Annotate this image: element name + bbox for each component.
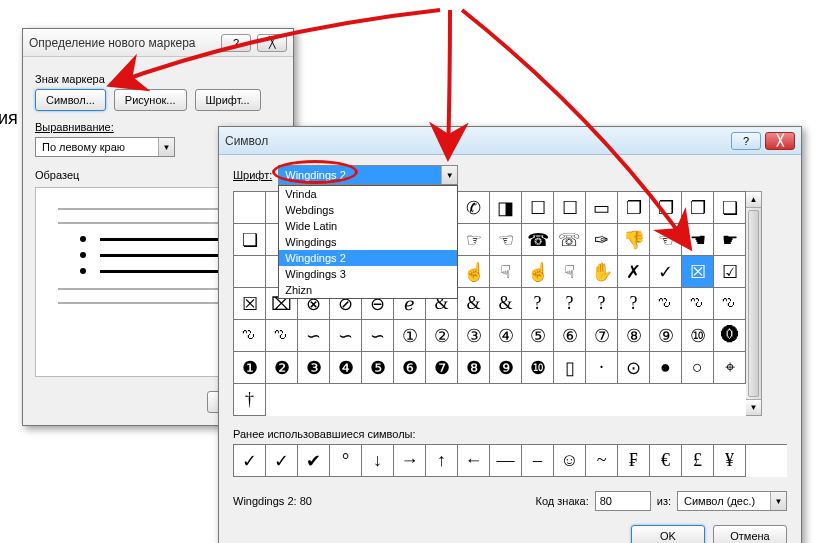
symbol-cell[interactable]: ☟: [490, 256, 522, 288]
recent-symbol-cell[interactable]: —: [490, 445, 522, 477]
symbol-cell[interactable]: ②: [426, 320, 458, 352]
symbol-cell[interactable]: ✗: [618, 256, 650, 288]
symbol-cell[interactable]: ☑: [714, 256, 746, 288]
symbol-cell[interactable]: ·: [586, 352, 618, 384]
symbol-cell[interactable]: ✑: [586, 224, 618, 256]
recent-symbol-cell[interactable]: –: [522, 445, 554, 477]
symbol-cell[interactable]: ❐: [618, 192, 650, 224]
symbol-cell[interactable]: ▭: [586, 192, 618, 224]
font-button[interactable]: Шрифт...: [195, 89, 261, 111]
symbol-cell[interactable]: ☐: [554, 192, 586, 224]
recent-symbol-cell[interactable]: ✓: [234, 445, 266, 477]
symbol-cell[interactable]: ❺: [362, 352, 394, 384]
symbol-cell[interactable]: ?: [586, 288, 618, 320]
font-option[interactable]: Wide Latin: [279, 218, 457, 234]
symbol-cell[interactable]: ✆: [458, 192, 490, 224]
recent-symbol-cell[interactable]: €: [650, 445, 682, 477]
symbol-cell[interactable]: ✋: [586, 256, 618, 288]
font-option[interactable]: Wingdings 3: [279, 266, 457, 282]
symbol-cell[interactable]: ⑨: [650, 320, 682, 352]
symbol-cell[interactable]: ❻: [394, 352, 426, 384]
help-button[interactable]: ?: [221, 34, 251, 52]
symbol-cell[interactable]: ☜: [650, 224, 682, 256]
font-option[interactable]: Wingdings 2: [279, 250, 457, 266]
symbol-cell[interactable]: &: [458, 288, 490, 320]
symbol-cell[interactable]: ☐: [522, 192, 554, 224]
symbol-cell[interactable]: ☎: [522, 224, 554, 256]
symbol-cell[interactable]: ⊙: [618, 352, 650, 384]
symbol-cell[interactable]: ∽: [330, 320, 362, 352]
symbol-cell[interactable]: ⑥: [554, 320, 586, 352]
scroll-down-button[interactable]: ▼: [746, 399, 761, 415]
recent-symbols-row[interactable]: ✓✓✔°↓→↑←—–☺~₣€£¥: [233, 444, 787, 477]
symbol-cell[interactable]: ⑤: [522, 320, 554, 352]
recent-symbol-cell[interactable]: ₣: [618, 445, 650, 477]
symbol-cell[interactable]: ❷: [266, 352, 298, 384]
scrollbar-vertical[interactable]: ▲ ▼: [746, 191, 762, 416]
close-button[interactable]: ╳: [257, 34, 287, 52]
symbol-cell[interactable]: ❐: [682, 192, 714, 224]
symbol-cell[interactable]: ?: [522, 288, 554, 320]
close-button[interactable]: ╳: [765, 132, 795, 150]
recent-symbol-cell[interactable]: ←: [458, 445, 490, 477]
symbol-cell[interactable]: ❾: [490, 352, 522, 384]
symbol-cell[interactable]: [234, 192, 266, 224]
symbol-cell[interactable]: ?: [618, 288, 650, 320]
recent-symbol-cell[interactable]: ☺: [554, 445, 586, 477]
symbol-cell[interactable]: ①: [394, 320, 426, 352]
recent-symbol-cell[interactable]: ↓: [362, 445, 394, 477]
symbol-cell[interactable]: ▯: [554, 352, 586, 384]
symbol-cell[interactable]: ●: [650, 352, 682, 384]
symbol-cell[interactable]: ❹: [330, 352, 362, 384]
symbol-cell[interactable]: ❐: [650, 192, 682, 224]
symbol-cell[interactable]: ❼: [426, 352, 458, 384]
help-button[interactable]: ?: [731, 132, 761, 150]
symbol-cell[interactable]: ☒: [682, 256, 714, 288]
font-option[interactable]: Vrinda: [279, 186, 457, 202]
symbol-cell[interactable]: ☝: [522, 256, 554, 288]
symbol-cell[interactable]: ?: [554, 288, 586, 320]
chevron-down-icon[interactable]: ▼: [770, 492, 786, 510]
symbol-cell[interactable]: ఌ: [650, 288, 682, 320]
font-option[interactable]: Webdings: [279, 202, 457, 218]
symbol-cell[interactable]: ఌ: [266, 320, 298, 352]
recent-symbol-cell[interactable]: £: [682, 445, 714, 477]
symbol-cell[interactable]: [234, 256, 266, 288]
ok-button[interactable]: OK: [631, 525, 705, 543]
symbol-cell[interactable]: ❶: [234, 352, 266, 384]
symbol-cell[interactable]: ☒: [234, 288, 266, 320]
symbol-button[interactable]: Символ...: [35, 89, 106, 111]
chevron-down-icon[interactable]: ▼: [158, 138, 174, 156]
symbol-cell[interactable]: ☟: [554, 256, 586, 288]
recent-symbol-cell[interactable]: ✔: [298, 445, 330, 477]
symbol-cell[interactable]: ❽: [458, 352, 490, 384]
recent-symbol-cell[interactable]: ~: [586, 445, 618, 477]
symbol-cell[interactable]: ఌ: [234, 320, 266, 352]
recent-symbol-cell[interactable]: ✓: [266, 445, 298, 477]
alignment-select[interactable]: По левому краю ▼: [35, 137, 175, 157]
cancel-button[interactable]: Отмена: [713, 525, 787, 543]
symbol-cell[interactable]: ○: [682, 352, 714, 384]
symbol-cell[interactable]: ∽: [298, 320, 330, 352]
font-option[interactable]: Zhizn: [279, 282, 457, 298]
symbol-cell[interactable]: ☝: [458, 256, 490, 288]
picture-button[interactable]: Рисунок...: [114, 89, 187, 111]
symbol-cell[interactable]: ③: [458, 320, 490, 352]
symbol-cell[interactable]: ☛: [714, 224, 746, 256]
symbol-cell[interactable]: ⑦: [586, 320, 618, 352]
symbol-cell[interactable]: ఌ: [714, 288, 746, 320]
code-input[interactable]: [595, 491, 651, 511]
symbol-cell[interactable]: &: [490, 288, 522, 320]
symbol-cell[interactable]: ఌ: [682, 288, 714, 320]
font-select[interactable]: Wingdings 2 ▼ VrindaWebdingsWide LatinWi…: [278, 165, 458, 185]
symbol-cell[interactable]: †: [234, 384, 266, 416]
symbol-cell[interactable]: ⑩: [682, 320, 714, 352]
chevron-down-icon[interactable]: ▼: [441, 166, 457, 184]
symbol-cell[interactable]: ❿: [522, 352, 554, 384]
symbol-cell[interactable]: ∽: [362, 320, 394, 352]
recent-symbol-cell[interactable]: →: [394, 445, 426, 477]
symbol-cell[interactable]: ◨: [490, 192, 522, 224]
symbol-cell[interactable]: ❏: [234, 224, 266, 256]
recent-symbol-cell[interactable]: ¥: [714, 445, 746, 477]
symbol-cell[interactable]: ⑧: [618, 320, 650, 352]
